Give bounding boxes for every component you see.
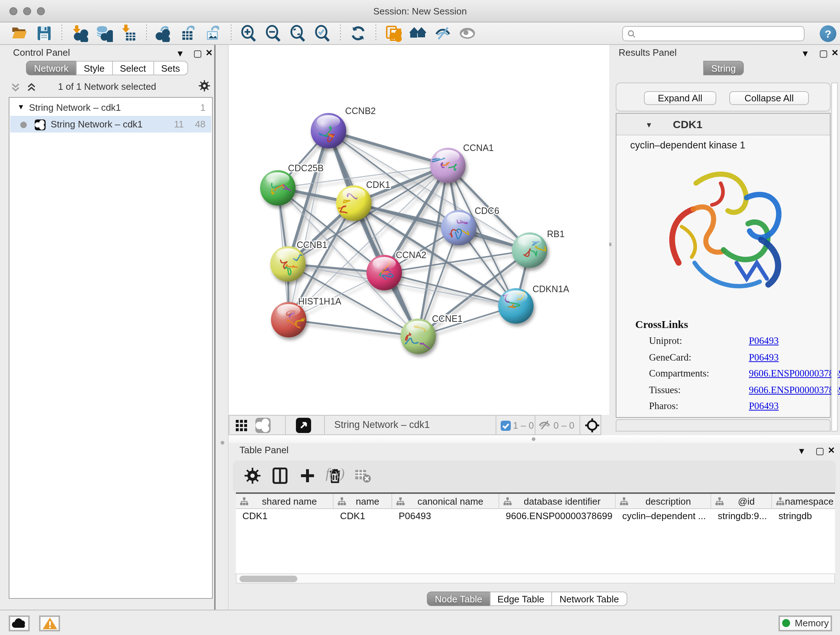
hide-eye-icon[interactable]	[434, 25, 452, 42]
show-eye-icon[interactable]	[459, 25, 476, 42]
refresh-icon[interactable]	[349, 25, 367, 42]
table-cell[interactable]: stringdb	[772, 509, 835, 524]
zoom-selected-icon[interactable]	[314, 25, 332, 42]
birdseye-grid-icon[interactable]	[235, 419, 248, 435]
tab-network[interactable]: Network	[26, 61, 76, 75]
tab-edge-table[interactable]: Edge Table	[489, 592, 553, 606]
network-row[interactable]: String Network – cdk1 11 48	[10, 116, 211, 133]
table-cell[interactable]: 9606.ENSP00000378699	[499, 509, 616, 524]
warning-button[interactable]	[39, 616, 60, 631]
node-label-RB1: RB1	[547, 229, 565, 239]
protein-card-header[interactable]: ▼ CDK1	[616, 114, 830, 135]
node-label-CDC25B: CDC25B	[288, 163, 324, 173]
export-table-icon[interactable]	[180, 25, 197, 42]
crosslink-link[interactable]: 9606.ENSP00000378699	[749, 384, 840, 396]
network-canvas[interactable]: CCNB2CCNA1CDC25BCDK1CDC6RB1CCNB1CCNA2CDK…	[229, 45, 609, 415]
save-session-icon[interactable]	[35, 25, 53, 42]
column-header-database-identifier[interactable]: database identifier	[499, 494, 616, 509]
table-cell[interactable]: P06493	[392, 509, 499, 524]
control-panel-title: Control Panel	[13, 47, 70, 58]
pan-crosshair-icon[interactable]	[584, 418, 600, 436]
table-cell[interactable]: CDK1	[236, 509, 333, 524]
network-tree: ▼ String Network – cdk1 1 String Network…	[9, 97, 213, 599]
home-icon[interactable]	[409, 25, 427, 42]
table-cell[interactable]: stringdb:9...	[711, 509, 772, 524]
float-panel-icon[interactable]: ▼	[176, 49, 185, 62]
crosslink-link[interactable]: P06493	[749, 352, 779, 363]
import-network-icon[interactable]	[71, 25, 88, 42]
column-header-name[interactable]: name	[333, 494, 392, 509]
table-cell[interactable]: CDK1	[333, 509, 392, 524]
network-node-CCNA1[interactable]: CCNA1	[429, 143, 494, 183]
results-panel-title: Results Panel	[619, 47, 676, 58]
tab-sets[interactable]: Sets	[153, 61, 188, 75]
zoom-fit-icon[interactable]	[289, 25, 307, 42]
title-bar: Session: New Session	[0, 0, 840, 22]
tab-node-table[interactable]: Node Table	[427, 592, 490, 606]
maximize-results-icon[interactable]: ▢	[819, 48, 828, 61]
maximize-table-icon[interactable]: ▢	[815, 445, 824, 458]
expand-all-button[interactable]: Expand All	[644, 91, 716, 105]
float-results-icon[interactable]: ▼	[801, 49, 810, 62]
tab-select[interactable]: Select	[112, 61, 154, 75]
close-results-icon[interactable]: ✕	[831, 48, 838, 61]
close-table-icon[interactable]: ✕	[828, 445, 835, 458]
crosslink-link[interactable]: P06493	[749, 335, 779, 347]
network-node-RB1[interactable]: RB1	[512, 229, 565, 268]
network-node-CDKN1A[interactable]: CDKN1A	[498, 284, 569, 324]
column-header--id[interactable]: @id	[711, 494, 772, 509]
export-image-icon[interactable]	[205, 25, 222, 42]
zoom-out-icon[interactable]	[265, 25, 282, 42]
window-title: Session: New Session	[0, 0, 840, 22]
protein-name: CDK1	[673, 118, 703, 130]
help-button[interactable]: ?	[820, 25, 836, 42]
zoom-in-icon[interactable]	[240, 25, 257, 42]
add-column-icon[interactable]	[299, 467, 316, 485]
node-label-CDK1: CDK1	[366, 180, 390, 190]
show-columns-icon[interactable]	[271, 467, 289, 485]
string-network-icon[interactable]	[256, 418, 271, 436]
network-options-gear-icon[interactable]	[198, 80, 210, 95]
crosslink-link[interactable]: P06493	[749, 401, 779, 412]
float-table-icon[interactable]: ▼	[797, 446, 806, 459]
column-header-canonical-name[interactable]: canonical name	[392, 494, 499, 509]
import-database-icon[interactable]	[95, 25, 113, 42]
table-horizontal-scrollbar[interactable]	[236, 573, 835, 584]
open-external-icon[interactable]	[296, 418, 311, 436]
column-header-namespace[interactable]: namespace	[772, 494, 835, 509]
results-scrollbar[interactable]	[831, 82, 838, 432]
copy-style-icon[interactable]	[385, 25, 402, 42]
search-input[interactable]	[622, 26, 805, 41]
network-collection-row[interactable]: ▼ String Network – cdk1 1	[10, 99, 211, 116]
network-node-HIST1H1A[interactable]: HIST1H1A	[271, 296, 341, 337]
delete-table-icon[interactable]	[354, 467, 371, 485]
fx-function-icon[interactable]: f(x)	[325, 466, 345, 481]
selected-checkbox-icon	[501, 421, 511, 434]
close-panel-icon[interactable]: ✕	[205, 48, 213, 61]
hidden-eye-icon	[538, 420, 551, 433]
collapse-all-button[interactable]: Collapse All	[729, 91, 809, 105]
tab-style[interactable]: Style	[76, 61, 112, 75]
left-splitter[interactable]	[214, 45, 229, 610]
crosslink-row: Uniprot:P06493	[649, 335, 682, 347]
import-table-icon[interactable]	[120, 25, 137, 42]
crosslink-link[interactable]: 9606.ENSP00000378699	[749, 368, 840, 379]
maximize-panel-icon[interactable]: ▢	[193, 48, 202, 61]
crosslink-label: Uniprot:	[649, 335, 682, 346]
protein-result-card: ▼ CDK1 cyclin–dependent kinase 1 CrossLi…	[616, 113, 831, 418]
network-view-toolbar: String Network – cdk1 1 – 0 0 – 0	[229, 415, 601, 435]
cloud-button[interactable]	[9, 616, 30, 631]
memory-button[interactable]: Memory	[778, 616, 832, 631]
table-settings-gear-icon[interactable]	[244, 467, 261, 485]
network-node-CDK1[interactable]: CDK1	[333, 180, 390, 221]
table-cell[interactable]: cyclin–dependent ...	[616, 509, 711, 524]
tab-string[interactable]: String	[703, 61, 744, 75]
open-session-icon[interactable]	[11, 25, 28, 42]
horizontal-splitter[interactable]	[229, 435, 840, 443]
network-node-CCNB1[interactable]: CCNB1	[270, 240, 327, 282]
export-network-icon[interactable]	[156, 25, 173, 42]
toolbar-separator	[62, 25, 62, 42]
column-header-description[interactable]: description	[616, 494, 711, 509]
column-header-shared-name[interactable]: shared name	[236, 494, 333, 509]
tab-network-table[interactable]: Network Table	[552, 592, 627, 606]
